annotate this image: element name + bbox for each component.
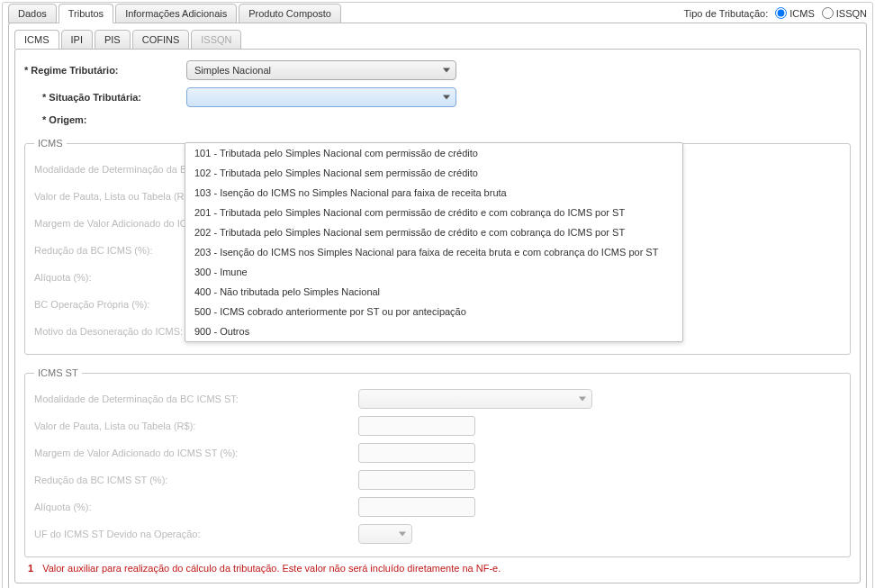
radio-issqn[interactable]: ISSQN <box>822 7 867 19</box>
situacao-option[interactable]: 400 - Não tributada pelo Simples Naciona… <box>185 282 682 302</box>
footnote: 1 Valor auxiliar para realização do cálc… <box>24 557 851 575</box>
sub-tabs: ICMS IPI PIS COFINS ISSQN <box>14 30 861 50</box>
situacao-option[interactable]: 203 - Isenção do ICMS nos Simples Nacion… <box>185 242 682 262</box>
footnote-number: 1 <box>28 563 33 574</box>
group-icms-st: ICMS ST Modalidade de Determinação da BC… <box>24 367 851 557</box>
tab-produto-composto[interactable]: Produto Composto <box>239 4 341 23</box>
icmsst-reducao-label: Redução da BC ICMS ST (%): <box>34 475 358 485</box>
chevron-down-icon <box>443 95 450 100</box>
icmsst-aliquota-label: Alíquota (%): <box>34 502 358 512</box>
tab-tributos[interactable]: Tributos <box>59 4 113 23</box>
tab-dados[interactable]: Dados <box>8 4 57 23</box>
icmsst-reducao-input <box>358 470 475 490</box>
chevron-down-icon <box>443 68 450 73</box>
icmsst-mva-input <box>358 443 475 463</box>
icmsst-modalidade-select <box>358 389 592 409</box>
radio-icms[interactable]: ICMS <box>775 7 815 19</box>
icmsst-uf-label: UF do ICMS ST Devido na Operação: <box>34 529 358 539</box>
regime-value: Simples Nacional <box>194 65 271 76</box>
tipo-tributacao-label: Tipo de Tributação: <box>684 8 769 19</box>
situacao-option[interactable]: 102 - Tributada pelo Simples Nacional se… <box>185 163 682 183</box>
icmsst-pauta-input <box>358 416 475 436</box>
situacao-option[interactable]: 101 - Tributada pelo Simples Nacional co… <box>185 143 682 163</box>
subtab-pis[interactable]: PIS <box>95 30 131 50</box>
regime-select[interactable]: Simples Nacional <box>186 60 456 80</box>
origem-label: * Origem: <box>24 114 186 125</box>
situacao-select[interactable] <box>186 87 456 107</box>
situacao-option[interactable]: 201 - Tributada pelo Simples Nacional co… <box>185 203 682 222</box>
top-tabs: Dados Tributos Informações Adicionais Pr… <box>8 4 343 23</box>
chevron-down-icon <box>399 532 406 537</box>
subtab-icms[interactable]: ICMS <box>14 30 59 50</box>
situacao-dropdown[interactable]: 101 - Tributada pelo Simples Nacional co… <box>185 142 683 342</box>
situacao-option[interactable]: 300 - Imune <box>185 262 682 282</box>
chevron-down-icon <box>579 397 586 402</box>
group-icms-legend: ICMS <box>34 138 67 149</box>
tab-info-adicionais[interactable]: Informações Adicionais <box>115 4 237 23</box>
icmsst-modalidade-label: Modalidade de Determinação da BC ICMS ST… <box>34 394 358 404</box>
icmsst-aliquota-input <box>358 497 475 517</box>
footnote-text: Valor auxiliar para realização do cálcul… <box>42 563 501 574</box>
regime-label: * Regime Tributário: <box>24 65 186 76</box>
icmsst-mva-label: Margem de Valor Adicionado do ICMS ST (%… <box>34 448 358 458</box>
situacao-label: * Situação Tributária: <box>24 92 186 103</box>
situacao-option[interactable]: 103 - Isenção do ICMS no Simples Naciona… <box>185 183 682 203</box>
subtab-issqn: ISSQN <box>191 30 241 50</box>
icmsst-uf-select <box>358 524 412 544</box>
situacao-option[interactable]: 202 - Tributada pelo Simples Nacional se… <box>185 222 682 242</box>
situacao-option[interactable]: 900 - Outros <box>185 321 682 341</box>
subtab-ipi[interactable]: IPI <box>61 30 93 50</box>
group-icms-st-legend: ICMS ST <box>34 367 82 378</box>
icmsst-pauta-label: Valor de Pauta, Lista ou Tabela (R$): <box>34 421 358 431</box>
tipo-tributacao-group: Tipo de Tributação: ICMS ISSQN <box>684 7 868 23</box>
subtab-cofins[interactable]: COFINS <box>132 30 190 50</box>
situacao-option[interactable]: 500 - ICMS cobrado anteriormente por ST … <box>185 302 682 321</box>
